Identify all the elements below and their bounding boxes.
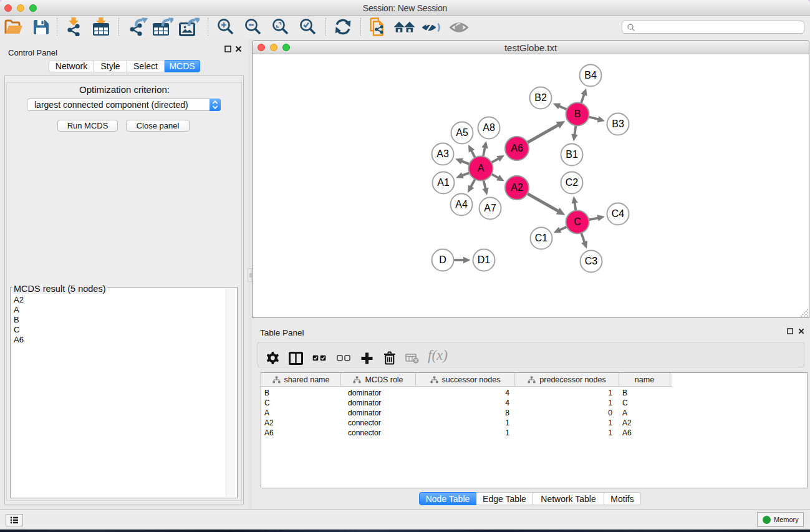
svg-text:C1: C1	[535, 233, 548, 243]
svg-text:A5: A5	[456, 127, 468, 138]
svg-text:A7: A7	[484, 203, 496, 213]
svg-text:A3: A3	[436, 148, 449, 159]
svg-text:C3: C3	[585, 256, 598, 266]
svg-text:B2: B2	[534, 92, 547, 103]
svg-text:A1: A1	[437, 177, 450, 188]
svg-text:C2: C2	[566, 177, 579, 188]
svg-text:C4: C4	[612, 208, 625, 219]
svg-text:B3: B3	[612, 118, 624, 129]
svg-text:A: A	[478, 163, 485, 173]
svg-text:B1: B1	[566, 149, 578, 160]
svg-text:B4: B4	[584, 70, 597, 80]
svg-text:D1: D1	[478, 254, 491, 265]
svg-text:A2: A2	[511, 182, 523, 193]
svg-text:A6: A6	[511, 143, 523, 153]
svg-text:A4: A4	[455, 199, 468, 210]
svg-text:A8: A8	[483, 122, 495, 133]
svg-text:C: C	[574, 216, 581, 227]
svg-text:D: D	[439, 254, 446, 265]
svg-text:B: B	[574, 109, 581, 119]
